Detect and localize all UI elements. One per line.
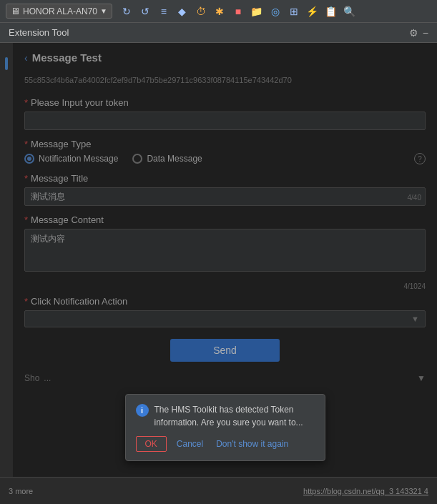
grid-icon[interactable]: ⊞ bbox=[285, 3, 303, 20]
dialog-message: The HMS Toolkit has detected Token infor… bbox=[154, 403, 303, 429]
dialog-line1: The HMS Toolkit has detected Token bbox=[154, 405, 294, 415]
bottom-bar: 3 more https://blog.csdn.net/qq_3 143321… bbox=[0, 477, 437, 504]
dialog-line2: information. Are you sure you want to... bbox=[154, 417, 303, 428]
folder-icon[interactable]: 📁 bbox=[248, 3, 265, 20]
dialog-overlay: i The HMS Toolkit has detected Token inf… bbox=[13, 43, 437, 504]
dont-show-button[interactable]: Don't show it again bbox=[213, 437, 291, 451]
search-icon[interactable]: 🔍 bbox=[341, 3, 358, 20]
toolbar-icons: ↻ ↺ ≡ ◆ ⏱ ✱ ■ 📁 ◎ ⊞ ⚡ 📋 🔍 bbox=[118, 3, 358, 20]
list-icon[interactable]: ≡ bbox=[155, 3, 172, 20]
dialog-info-icon: i bbox=[136, 404, 149, 417]
bug-icon[interactable]: ✱ bbox=[211, 3, 228, 20]
extension-tool-header: Extension Tool ⚙ − bbox=[0, 23, 437, 43]
monitor-icon: 🖥 bbox=[11, 6, 20, 16]
ok-button[interactable]: OK bbox=[136, 436, 167, 452]
dialog-box: i The HMS Toolkit has detected Token inf… bbox=[125, 394, 325, 461]
minimize-icon[interactable]: − bbox=[423, 27, 428, 39]
undo-icon[interactable]: ↺ bbox=[137, 3, 154, 20]
top-bar: 🖥 HONOR ALA-AN70 ▼ ↻ ↺ ≡ ◆ ⏱ ✱ ■ 📁 ◎ ⊞ ⚡… bbox=[0, 0, 437, 23]
refresh-icon[interactable]: ↻ bbox=[118, 3, 135, 20]
accent-bar bbox=[5, 57, 8, 70]
chevron-down-icon: ▼ bbox=[100, 7, 107, 15]
dialog-buttons: OK Cancel Don't show it again bbox=[136, 436, 315, 452]
stop-icon[interactable]: ■ bbox=[230, 3, 247, 20]
left-accent bbox=[0, 43, 13, 504]
outlook-icon[interactable]: ◎ bbox=[267, 3, 284, 20]
diamond-icon[interactable]: ◆ bbox=[174, 3, 191, 20]
bottom-link-text: https://blog.csdn.net/qq_3 bbox=[303, 487, 393, 495]
main-container: ‹ Message Test 55c853cf4b6a7a64002fcf2ef… bbox=[0, 43, 437, 504]
cancel-button[interactable]: Cancel bbox=[174, 437, 206, 451]
settings-icon[interactable]: ⚙ bbox=[409, 27, 418, 39]
flash-icon[interactable]: ⚡ bbox=[304, 3, 321, 20]
clipboard-icon[interactable]: 📋 bbox=[323, 3, 340, 20]
more-text: 3 more bbox=[9, 487, 33, 495]
extension-tool-title: Extension Tool bbox=[9, 27, 69, 38]
timer-icon[interactable]: ⏱ bbox=[192, 3, 210, 20]
device-selector[interactable]: 🖥 HONOR ALA-AN70 ▼ bbox=[6, 4, 112, 19]
bottom-link-suffix: 143321 4 bbox=[396, 487, 428, 495]
bottom-right: https://blog.csdn.net/qq_3 143321 4 bbox=[303, 487, 428, 495]
ext-header-actions: ⚙ − bbox=[409, 27, 428, 39]
device-name: HONOR ALA-AN70 bbox=[23, 6, 97, 16]
dialog-header: i The HMS Toolkit has detected Token inf… bbox=[136, 403, 315, 429]
bottom-link[interactable]: https://blog.csdn.net/qq_3 143321 4 bbox=[303, 487, 428, 495]
content-area: ‹ Message Test 55c853cf4b6a7a64002fcf2ef… bbox=[13, 43, 437, 504]
